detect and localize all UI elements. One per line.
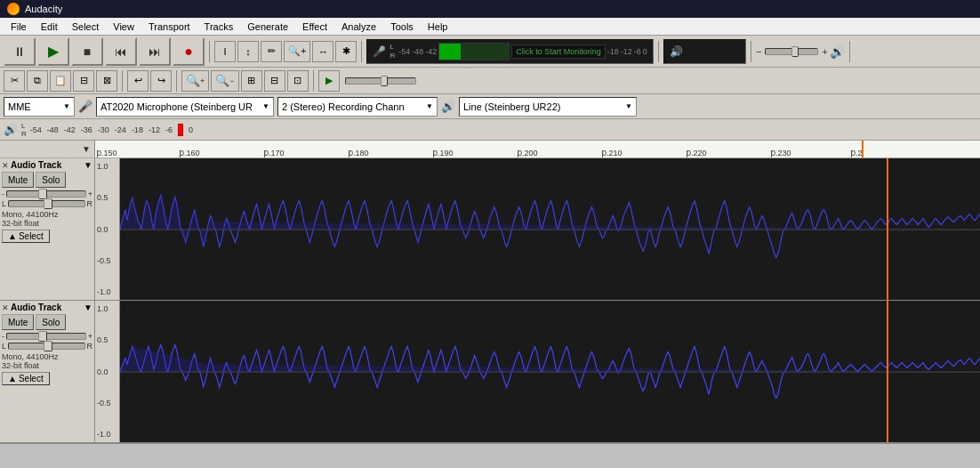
track-1-vol-slider[interactable] [6,190,86,198]
track-1-waveform[interactable]: 1.0 0.5 0.0 -0.5 -1.0 [95,158,980,300]
stop-button[interactable]: ■ [71,37,103,66]
track-1-vol-min: - [2,190,4,198]
play-button[interactable]: ▶ [37,37,69,66]
track-1-btn-row: Mute Solo [2,172,92,188]
envelope-tool-button[interactable]: ↕ [237,41,259,62]
multi-tool-button[interactable]: ✱ [335,41,357,62]
track-2-waveform[interactable]: 1.0 0.5 0.0 -0.5 -1.0 [95,301,980,442]
track-2-select-button[interactable]: ▲ Select [2,372,50,385]
host-dropdown[interactable]: MME ▼ [4,97,75,117]
tick-0210: 0.210 [602,149,623,157]
track-2-playhead [887,301,888,442]
track-1-select-button[interactable]: ▲ Select [2,230,50,243]
speaker-device-icon: 🔊 [441,100,455,113]
output-vu-meter[interactable]: 🔊 [663,39,746,64]
output-value: Line (Steinberg UR22) [463,101,560,112]
track-2-vol-min: - [2,332,4,341]
vu-lr-labels: L R [390,43,395,60]
playback-vol-icon: 🔊 [4,123,18,136]
track-2-btn-row: Mute Solo [2,314,92,330]
copy-icon: ⧉ [34,75,41,86]
playback-volume-slider[interactable] [765,48,818,55]
menu-file[interactable]: File [4,20,34,34]
input-vu-meter[interactable]: 🎤 L R -54-48-42 Click to Start Monitorin… [366,39,653,64]
silence-button[interactable]: ⊠ [96,70,117,92]
track-1-solo-button[interactable]: Solo [36,172,66,188]
tick-0170: 0.170 [264,149,285,157]
zoom-fit-vert-button[interactable]: ⊡ [287,70,309,92]
track-2-select-row: ▲ Select [2,372,92,385]
paste-icon: 📋 [54,75,67,86]
track-1-info-2: 32-bit float [2,219,92,228]
record-icon: ● [184,44,193,60]
track-2-vol-slider[interactable] [6,333,86,340]
track-1-close[interactable]: ✕ [2,161,9,170]
zoom-fit-icon: ⊟ [270,75,278,86]
track-1: ✕ Audio Track ▼ Mute Solo - + L [0,158,980,301]
zoom-fit-button[interactable]: ⊟ [264,70,285,92]
monitor-label[interactable]: Click to Start Monitoring [511,44,606,59]
zoom-out-button[interactable]: 🔍− [211,70,238,92]
track-2-vol-row: - + [2,332,92,341]
track-1-dropdown-arrow[interactable]: ▼ [84,160,92,170]
track-2-pan-R: R [87,342,93,351]
menu-tools[interactable]: Tools [383,20,421,34]
playback-meter-row: 🔊 L R -54-48-42-36-30-24-18-12-6 0 [0,119,980,141]
menu-edit[interactable]: Edit [34,20,65,34]
tick-0160: 0.160 [180,149,200,157]
cut-button[interactable]: ✂ [4,70,25,92]
zoom-out-icon: 🔍 [215,74,229,87]
undo-icon: ↩ [134,75,142,86]
output-dropdown[interactable]: Line (Steinberg UR22) ▼ [459,97,637,117]
trim-button[interactable]: ⊟ [73,70,94,92]
menu-generate[interactable]: Generate [240,20,295,34]
track-2-mute-button[interactable]: Mute [2,314,34,330]
tick-0190: 0.190 [433,149,454,157]
zoom-in-icon: 🔍 [186,74,200,87]
play-at-speed-button[interactable]: ▶ [318,70,340,92]
draw-tool-button[interactable]: ✏ [261,41,282,62]
copy-button[interactable]: ⧉ [27,70,48,92]
track-2-solo-button[interactable]: Solo [36,314,66,330]
selection-tool-button[interactable]: I [214,41,236,62]
playback-speed-controls: − + [756,46,828,57]
toolbar-row-1: ⏸ ▶ ■ ⏮ ⏭ ● I ↕ ✏ 🔍+ ↔ ✱ 🎤 L R [0,36,980,68]
menu-select[interactable]: Select [65,20,107,34]
channels-dropdown[interactable]: 2 (Stereo) Recording Chann ▼ [277,97,438,117]
paste-button[interactable]: 📋 [50,70,71,92]
mic-dropdown[interactable]: AT2020 Microphone (Steinberg UR ▼ [96,97,274,117]
track-1-centerline [120,230,980,230]
track-1-select-row: ▲ Select [2,230,92,243]
zoom-in-tool-button[interactable]: 🔍+ [284,41,310,62]
redo-button[interactable]: ↪ [150,70,172,92]
zoom-in-icon: 🔍+ [288,45,306,57]
zoom-in-button[interactable]: 🔍+ [181,70,209,92]
track-1-info-1: Mono, 44100Hz [2,210,92,219]
track-1-pan-slider[interactable] [8,200,84,207]
record-button[interactable]: ● [173,37,205,66]
track-1-pan-R: R [87,199,93,208]
speed-slider[interactable] [345,77,416,85]
menu-effect[interactable]: Effect [295,20,334,34]
track-2-dropdown-arrow[interactable]: ▼ [84,303,92,312]
track-2-pan-slider[interactable] [8,343,84,350]
menu-view[interactable]: View [106,20,141,34]
menu-analyze[interactable]: Analyze [334,20,383,34]
menu-tracks[interactable]: Tracks [197,20,241,34]
skip-start-button[interactable]: ⏮ [105,37,137,66]
track-1-mute-button[interactable]: Mute [2,172,34,188]
plus-icon: + [822,46,827,57]
track-2-close[interactable]: ✕ [2,303,9,312]
track-2-pan-L: L [2,342,6,351]
pause-button[interactable]: ⏸ [4,37,36,66]
zoom-selection-button[interactable]: ⊞ [241,70,262,92]
undo-button[interactable]: ↩ [127,70,149,92]
time-shift-button[interactable]: ↔ [312,41,333,62]
skip-end-button[interactable]: ⏭ [139,37,171,66]
toolbar-row-2: ✂ ⧉ 📋 ⊟ ⊠ ↩ ↪ 🔍+ 🔍− ⊞ ⊟ ⊡ ▶ [0,68,980,94]
menu-help[interactable]: Help [421,20,455,34]
track-1-header: ✕ Audio Track ▼ Mute Solo - + L [0,158,95,300]
menu-transport[interactable]: Transport [141,20,197,34]
sep-play [313,70,314,92]
mic-value: AT2020 Microphone (Steinberg UR [100,101,253,112]
